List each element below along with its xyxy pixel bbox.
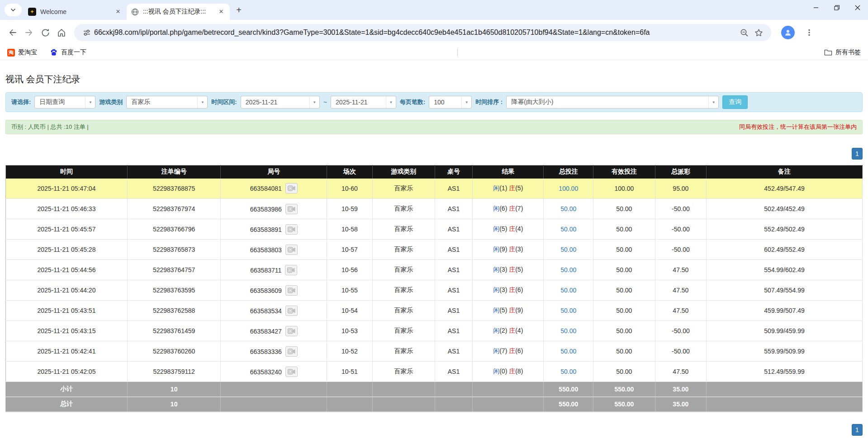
video-camera-icon (288, 206, 295, 212)
total-bet-link[interactable]: 50.00 (560, 246, 576, 253)
total-bet-link[interactable]: 50.00 (560, 307, 576, 314)
cell-time: 2025-11-21 05:42:05 (6, 362, 128, 382)
page-size-select[interactable]: 100 ▼ (429, 96, 472, 108)
table-row: 2025-11-21 05:44:20522983763595663583609… (6, 280, 863, 301)
cell-round-id: 663583986 (221, 199, 327, 219)
cell-session: 10-60 (327, 179, 372, 199)
video-replay-button[interactable] (285, 245, 298, 255)
cell-total-bet: 50.00 (544, 199, 593, 219)
taobao-icon: 淘 (7, 49, 15, 57)
tab-title: Welcome (40, 8, 111, 15)
cell-payout: 47.50 (655, 260, 707, 280)
browser-menu-icon[interactable] (801, 24, 817, 41)
sort-order-value: 降幂(由大到小) (507, 98, 708, 106)
video-replay-button[interactable] (285, 346, 298, 357)
footer-cell: 35.00 (655, 382, 707, 397)
table-header-cell: 备注 (707, 165, 863, 179)
sort-order-select[interactable]: 降幂(由大到小) ▼ (506, 96, 719, 108)
total-bet-link[interactable]: 50.00 (560, 287, 576, 294)
cell-time: 2025-11-21 05:43:15 (6, 321, 128, 341)
folder-icon (824, 49, 832, 56)
cell-payout: -50.00 (655, 219, 707, 240)
tab-welcome[interactable]: ✦ Welcome ✕ (24, 4, 127, 20)
query-type-select[interactable]: 日期查询 ▼ (34, 96, 95, 108)
site-settings-tune-icon[interactable] (80, 25, 94, 40)
cell-session: 10-57 (327, 240, 372, 260)
table-header-cell: 场次 (327, 165, 372, 179)
video-replay-button[interactable] (285, 204, 298, 214)
video-replay-button[interactable] (285, 367, 298, 377)
total-bet-link[interactable]: 50.00 (560, 327, 576, 334)
total-bet-link[interactable]: 50.00 (560, 266, 576, 273)
tab-bet-records[interactable]: :::视讯 会员下注纪录::: ✕ (127, 4, 230, 20)
search-button[interactable]: 查询 (722, 95, 748, 109)
back-button[interactable] (5, 24, 21, 41)
cell-note: 602.49/552.49 (707, 240, 863, 260)
refresh-button[interactable] (37, 24, 53, 41)
total-bet-link[interactable]: 50.00 (560, 348, 576, 355)
profile-avatar[interactable] (781, 26, 795, 39)
video-replay-button[interactable] (285, 285, 298, 296)
all-bookmarks-label: 所有书签 (835, 48, 861, 57)
video-replay-button[interactable] (285, 265, 297, 275)
cell-bet-id: 522983766796 (127, 219, 220, 240)
cell-result: 闲(3) 庄(5) (473, 260, 544, 280)
cell-session: 10-58 (327, 219, 372, 240)
cell-table-no: AS1 (435, 321, 472, 341)
table-row: 2025-11-21 05:45:28522983765873663583803… (6, 240, 863, 260)
chevron-down-icon: ▼ (85, 96, 95, 108)
tab-close-icon[interactable]: ✕ (114, 8, 122, 16)
all-bookmarks-button[interactable]: 所有书签 (824, 48, 861, 57)
total-bet-link[interactable]: 50.00 (560, 205, 576, 212)
close-window-button[interactable] (847, 0, 868, 15)
zoom-out-icon[interactable] (737, 25, 751, 40)
cell-valid-bet: 50.00 (593, 199, 655, 219)
table-header-cell: 结果 (473, 165, 544, 179)
total-bet-link[interactable]: 100.00 (559, 185, 578, 192)
tab-close-icon[interactable]: ✕ (217, 8, 225, 16)
minimize-button[interactable] (806, 0, 826, 15)
total-bet-link[interactable]: 50.00 (560, 226, 576, 233)
video-camera-icon (288, 369, 295, 375)
cell-bet-id: 522983761459 (127, 321, 220, 341)
game-type-select[interactable]: 百家乐 ▼ (126, 96, 208, 108)
video-camera-icon (287, 267, 295, 273)
currency-summary-text: 币别 : 人民币 | 总共 :10 注单 | (11, 123, 89, 131)
date-to-select[interactable]: 2025-11-21 ▼ (331, 96, 396, 108)
table-footer-row: 小计10550.00550.0035.00 (6, 382, 863, 397)
video-replay-button[interactable] (285, 183, 298, 193)
bookmark-star-icon[interactable] (751, 25, 766, 40)
bookmark-taobao[interactable]: 淘 爱淘宝 (7, 48, 37, 57)
video-replay-button[interactable] (285, 306, 298, 316)
query-type-label: 请选择: (11, 98, 31, 106)
cell-valid-bet: 50.00 (593, 301, 655, 321)
footer-cell: 550.00 (593, 397, 655, 412)
cell-result: 闲(6) 庄(7) (473, 199, 544, 219)
video-replay-button[interactable] (285, 326, 298, 336)
cell-game-type: 百家乐 (372, 362, 435, 382)
new-tab-button[interactable]: + (232, 4, 245, 16)
page-1-button[interactable]: 1 (852, 148, 863, 160)
url-text[interactable]: 66cxkj98.com/ipl/portal.php/game/betreco… (94, 28, 737, 37)
cell-note: 509.99/459.99 (707, 321, 863, 341)
chevron-down-icon: ▼ (386, 96, 396, 108)
cell-round-id: 663583534 (221, 301, 327, 321)
video-replay-button[interactable] (285, 224, 298, 235)
cell-payout: 47.50 (655, 280, 707, 301)
cell-table-no: AS1 (435, 260, 472, 280)
page-1-button[interactable]: 1 (852, 424, 863, 436)
footer-cell: 35.00 (655, 397, 707, 412)
restore-button[interactable] (826, 0, 847, 15)
total-bet-link[interactable]: 50.00 (560, 368, 576, 375)
bookmark-baidu[interactable]: 百度一下 (50, 48, 86, 57)
forward-button[interactable] (21, 24, 37, 41)
tab-search-button[interactable] (5, 4, 22, 16)
date-from-select[interactable]: 2025-11-21 ▼ (241, 96, 320, 108)
date-to-value: 2025-11-21 (331, 99, 386, 106)
bookmarks-separator (457, 48, 458, 57)
date-from-value: 2025-11-21 (241, 99, 309, 106)
address-bar[interactable]: 66cxkj98.com/ipl/portal.php/game/betreco… (74, 24, 771, 41)
cell-session: 10-52 (327, 341, 372, 362)
cell-bet-id: 522983767974 (127, 199, 220, 219)
home-button[interactable] (53, 24, 70, 41)
